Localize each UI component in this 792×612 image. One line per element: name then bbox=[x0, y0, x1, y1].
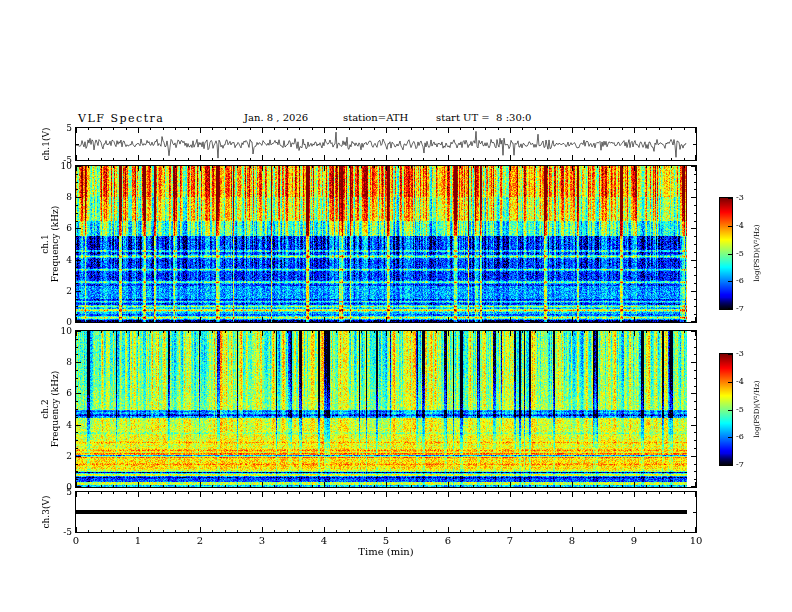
tick-mark bbox=[694, 244, 696, 245]
tick-mark bbox=[386, 492, 387, 497]
tick-mark bbox=[138, 482, 139, 487]
tick-mark bbox=[436, 485, 437, 487]
tick-mark bbox=[76, 386, 78, 387]
tick-mark bbox=[138, 331, 139, 336]
tick-mark bbox=[473, 320, 474, 322]
tick-mark bbox=[262, 128, 263, 133]
colorbar-tick-mark bbox=[728, 281, 732, 282]
tick-mark bbox=[237, 331, 238, 333]
tick-mark bbox=[76, 378, 78, 379]
tick-mark bbox=[659, 530, 660, 532]
tick-mark bbox=[150, 320, 151, 322]
y-tick-label: 6 bbox=[45, 223, 72, 233]
tick-mark bbox=[76, 182, 78, 183]
tick-mark bbox=[250, 128, 251, 130]
tick-mark bbox=[250, 320, 251, 322]
tick-mark bbox=[684, 485, 685, 487]
tick-mark bbox=[646, 128, 647, 130]
colorbar-tick-mark bbox=[728, 354, 732, 355]
tick-mark bbox=[76, 347, 78, 348]
x-tick-label: 2 bbox=[190, 535, 210, 546]
tick-mark bbox=[694, 174, 696, 175]
tick-mark bbox=[361, 485, 362, 487]
tick-mark bbox=[498, 158, 499, 160]
tick-mark bbox=[535, 166, 536, 168]
tick-mark bbox=[374, 128, 375, 130]
tick-mark bbox=[324, 527, 325, 532]
tick-mark bbox=[473, 530, 474, 532]
tick-mark bbox=[76, 331, 81, 332]
tick-mark bbox=[386, 331, 387, 336]
tick-mark bbox=[694, 448, 696, 449]
tick-mark bbox=[175, 485, 176, 487]
tick-mark bbox=[150, 166, 151, 168]
tick-mark bbox=[336, 166, 337, 168]
tick-mark bbox=[584, 530, 585, 532]
tick-mark bbox=[374, 530, 375, 532]
ch1-frequency-axis-label: ch.1 Frequency (kHz) bbox=[40, 206, 60, 283]
tick-mark bbox=[349, 492, 350, 494]
tick-mark bbox=[287, 128, 288, 130]
time-axis-label: Time (min) bbox=[75, 546, 697, 557]
tick-mark bbox=[250, 158, 251, 160]
tick-mark bbox=[336, 530, 337, 532]
tick-mark bbox=[212, 530, 213, 532]
tick-mark bbox=[609, 128, 610, 130]
tick-mark bbox=[200, 155, 201, 160]
tick-mark bbox=[436, 128, 437, 130]
tick-mark bbox=[584, 492, 585, 494]
tick-mark bbox=[324, 482, 325, 487]
tick-mark bbox=[498, 320, 499, 322]
tick-mark bbox=[76, 440, 78, 441]
tick-mark bbox=[274, 158, 275, 160]
y-tick-label: 5 bbox=[45, 123, 72, 133]
tick-mark bbox=[262, 155, 263, 160]
tick-mark bbox=[411, 158, 412, 160]
tick-mark bbox=[76, 236, 78, 237]
tick-mark bbox=[175, 492, 176, 494]
y-tick-label: 4 bbox=[45, 255, 72, 265]
tick-mark bbox=[324, 492, 325, 497]
tick-mark bbox=[76, 464, 78, 465]
tick-mark bbox=[693, 512, 696, 513]
tick-mark bbox=[175, 320, 176, 322]
y-tick-label: 8 bbox=[45, 192, 72, 202]
tick-mark bbox=[138, 492, 139, 497]
tick-mark bbox=[510, 492, 511, 497]
tick-mark bbox=[684, 166, 685, 168]
tick-mark bbox=[262, 317, 263, 322]
tick-mark bbox=[386, 128, 387, 133]
tick-mark bbox=[659, 492, 660, 494]
start-ut-label: start UT = 8 :30:0 bbox=[436, 112, 531, 123]
tick-mark bbox=[374, 331, 375, 333]
tick-mark bbox=[374, 166, 375, 168]
tick-mark bbox=[473, 166, 474, 168]
tick-mark bbox=[88, 492, 89, 494]
tick-mark bbox=[694, 283, 696, 284]
tick-mark bbox=[572, 155, 573, 160]
tick-mark bbox=[200, 527, 201, 532]
plot-title: VLF Spectra bbox=[78, 112, 164, 125]
tick-mark bbox=[597, 530, 598, 532]
tick-mark bbox=[510, 331, 511, 336]
tick-mark bbox=[691, 393, 696, 394]
tick-mark bbox=[88, 158, 89, 160]
x-tick-label: 3 bbox=[252, 535, 272, 546]
tick-mark bbox=[597, 485, 598, 487]
tick-mark bbox=[175, 128, 176, 130]
tick-mark bbox=[312, 485, 313, 487]
tick-mark bbox=[76, 267, 78, 268]
tick-mark bbox=[597, 128, 598, 130]
tick-mark bbox=[138, 155, 139, 160]
x-tick-label: 8 bbox=[562, 535, 582, 546]
tick-mark bbox=[175, 331, 176, 333]
tick-mark bbox=[609, 530, 610, 532]
tick-mark bbox=[498, 492, 499, 494]
ch3-waveform-panel bbox=[75, 491, 697, 533]
x-tick-label: 7 bbox=[500, 535, 520, 546]
ch1-axis-channel-label: ch.1 bbox=[40, 206, 50, 283]
tick-mark bbox=[485, 485, 486, 487]
colorbar-tick-mark bbox=[728, 410, 732, 411]
tick-mark bbox=[126, 530, 127, 532]
ch3-voltage-axis-label: ch.3(V) bbox=[41, 496, 51, 529]
